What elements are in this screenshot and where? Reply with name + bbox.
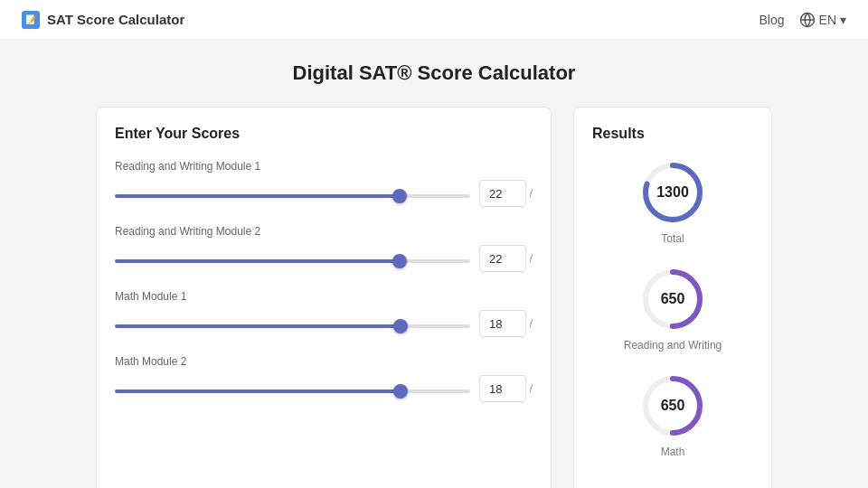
language-selector[interactable]: EN ▾ [799, 12, 846, 28]
scores-panel-title: Enter Your Scores [115, 126, 533, 142]
blog-link[interactable]: Blog [760, 13, 785, 27]
gauge-total-wrapper: 1300 [637, 156, 709, 229]
module-rw1-slider[interactable] [115, 194, 470, 198]
gauge-rw-label: Reading and Writing [624, 339, 722, 352]
module-rw1-input-group: / [479, 180, 533, 207]
gauge-math: 650 Math [592, 370, 753, 458]
module-math1-max: / [530, 317, 533, 330]
header: 📝 SAT Score Calculator Blog EN ▾ [0, 0, 868, 40]
module-group-rw2: Reading and Writing Module 2 / [115, 225, 533, 272]
app-title: SAT Score Calculator [47, 12, 184, 27]
module-group-math1: Math Module 1 / [115, 290, 533, 337]
module-rw2-label: Reading and Writing Module 2 [115, 225, 533, 238]
module-rw1-row: / [115, 180, 533, 207]
lang-label: EN [819, 13, 836, 27]
module-rw2-max: / [530, 252, 533, 265]
module-rw2-input[interactable] [479, 245, 526, 272]
gauge-math-wrapper: 650 [637, 370, 709, 442]
gauge-rw: 650 Reading and Writing [592, 263, 753, 352]
results-panel: Results 1300 Total [573, 107, 772, 488]
module-rw2-slider[interactable] [115, 259, 470, 263]
module-rw1-input[interactable] [479, 180, 526, 207]
module-rw2-input-group: / [479, 245, 533, 272]
module-math1-input-group: / [479, 310, 533, 337]
module-math1-slider-container [115, 316, 470, 331]
module-math1-slider[interactable] [115, 324, 470, 328]
gauge-rw-score: 650 [661, 291, 685, 307]
gauge-math-score: 650 [661, 398, 685, 414]
module-rw2-slider-container [115, 251, 470, 266]
module-rw1-slider-container [115, 186, 470, 201]
module-group-rw1: Reading and Writing Module 1 / [115, 160, 533, 207]
gauge-rw-wrapper: 650 [637, 263, 709, 335]
module-math1-input[interactable] [479, 310, 526, 337]
module-group-math2: Math Module 2 / [115, 355, 533, 402]
module-math2-max: / [530, 382, 533, 395]
content-grid: Enter Your Scores Reading and Writing Mo… [96, 107, 772, 488]
module-rw1-label: Reading and Writing Module 1 [115, 160, 533, 173]
module-math2-slider-container [115, 381, 470, 396]
gauge-total: 1300 Total [592, 156, 753, 245]
module-rw1-max: / [530, 187, 533, 200]
header-right: Blog EN ▾ [760, 12, 846, 28]
scores-panel: Enter Your Scores Reading and Writing Mo… [96, 107, 552, 488]
module-math2-slider[interactable] [115, 389, 470, 393]
module-math2-input[interactable] [479, 375, 526, 402]
header-left: 📝 SAT Score Calculator [22, 11, 184, 29]
gauge-total-label: Total [661, 232, 684, 245]
gauge-total-score: 1300 [656, 184, 689, 201]
page-title: Digital SAT® Score Calculator [96, 61, 772, 85]
module-math2-row: / [115, 375, 533, 402]
app-logo-icon: 📝 [22, 11, 40, 29]
module-math1-label: Math Module 1 [115, 290, 533, 303]
results-panel-title: Results [592, 126, 753, 142]
module-rw2-row: / [115, 245, 533, 272]
module-math2-input-group: / [479, 375, 533, 402]
module-math2-label: Math Module 2 [115, 355, 533, 368]
gauge-math-label: Math [661, 446, 685, 458]
globe-icon [799, 12, 816, 28]
lang-chevron-icon: ▾ [840, 13, 846, 27]
main-container: Digital SAT® Score Calculator Enter Your… [81, 40, 787, 488]
module-math1-row: / [115, 310, 533, 337]
